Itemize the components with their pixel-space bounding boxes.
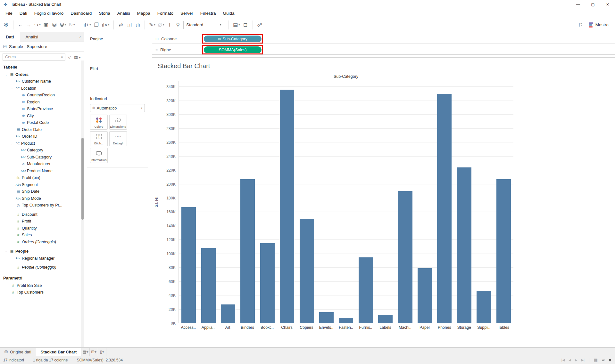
field-sub-category[interactable]: AbcSub-Category	[0, 154, 84, 161]
field-city[interactable]: ⊕City	[0, 112, 84, 119]
expander-icon[interactable]: ⌄	[10, 142, 14, 145]
field-ship-date[interactable]: ▤Ship Date	[0, 188, 84, 195]
expander-icon[interactable]: ⌄	[4, 250, 8, 253]
view-filmstrip-icon[interactable]: ▰	[602, 358, 605, 362]
field-profit-bin-[interactable]: ılı.Profit (bin)	[0, 174, 84, 182]
view-full-icon[interactable]: ■	[609, 358, 611, 362]
menu-item-formato[interactable]: Formato	[154, 11, 177, 16]
filter-fields-icon[interactable]: ▽	[67, 55, 72, 60]
columns-shelf[interactable]: ⊞ Sub-Category	[202, 34, 615, 44]
bar-copiers[interactable]	[300, 219, 314, 323]
bar-fasten[interactable]	[339, 318, 353, 323]
new-worksheet-icon[interactable]: ıl+▾	[82, 20, 92, 30]
swap-axes-icon[interactable]: ⇄	[117, 20, 125, 30]
expander-icon[interactable]: ⌄	[4, 73, 8, 76]
menu-item-storia[interactable]: Storia	[95, 11, 113, 16]
nav-first-icon[interactable]: |◀	[561, 358, 565, 362]
field-customer-name[interactable]: AbcCustomer Name	[0, 78, 84, 85]
bar-furnis[interactable]	[359, 257, 373, 323]
menu-item-dati[interactable]: Dati	[16, 11, 31, 16]
fit-selector[interactable]: Standard▾	[183, 21, 224, 29]
text-label-icon[interactable]: T	[165, 20, 174, 30]
maximize-button[interactable]: ▢	[586, 0, 600, 9]
marks-button-label[interactable]: TEtich...	[90, 131, 108, 146]
field-manufacturer[interactable]: ⌀Manufacturer	[0, 161, 84, 168]
bar-tables[interactable]	[496, 179, 511, 323]
sheet-tab-stacked-bar-chart[interactable]: Stacked Bar Chart	[36, 348, 82, 356]
field-postal-code[interactable]: ⊕Postal Code	[0, 119, 84, 126]
nav-last-icon[interactable]: ▶|	[581, 358, 585, 362]
new-story-tab-icon[interactable]: ▯+	[98, 348, 106, 356]
refresh-icon[interactable]: ↻▾	[67, 20, 76, 30]
tab-dati[interactable]: Dati	[0, 32, 20, 42]
tab-analisi[interactable]: Analisi	[20, 32, 44, 42]
field-people[interactable]: ⌄▦People	[0, 248, 84, 255]
bar-bookc[interactable]	[260, 243, 275, 323]
field-orders[interactable]: ⌄▦Orders	[0, 71, 84, 78]
add-datasource-icon[interactable]: ⛁	[50, 20, 58, 30]
bar-phones[interactable]	[437, 94, 452, 323]
sort-ascending-icon[interactable]: ↓ıl	[125, 20, 133, 30]
field-people-conteggio-[interactable]: #People (Conteggio)	[0, 264, 84, 271]
field-orders-conteggio-[interactable]: #Orders (Conteggio)	[0, 239, 84, 246]
bar-chairs[interactable]	[280, 90, 294, 323]
field-order-date[interactable]: ▤Order Date	[0, 126, 84, 133]
field-sales[interactable]: #Sales	[0, 232, 84, 239]
bar-binders[interactable]	[240, 179, 255, 323]
field-profit-bin-size[interactable]: #Profit Bin Size	[0, 282, 84, 289]
rows-shelf[interactable]: SOMMA(Sales)	[202, 45, 615, 55]
marks-button-detail[interactable]: ∘∘∘Dettagli	[109, 131, 127, 146]
sort-descending-icon[interactable]: ↓lı	[133, 20, 142, 30]
bar-paper[interactable]	[418, 268, 432, 323]
bar-envelo[interactable]	[319, 312, 334, 323]
filters-shelf[interactable]: Filtri	[87, 64, 148, 91]
attach-icon[interactable]: ∅▾	[156, 20, 165, 30]
mark-type-dropdown[interactable]: ılı Automatico ▾	[90, 104, 145, 112]
bar-art[interactable]	[221, 304, 235, 323]
menu-item-dashboard[interactable]: Dashboard	[67, 11, 95, 16]
menu-item-mappa[interactable]: Mappa	[133, 11, 154, 16]
view-grid-icon[interactable]: ▦	[594, 358, 598, 362]
menu-item-server[interactable]: Server	[177, 11, 197, 16]
sheet-tab-origine-dati[interactable]: ⛁Origine dati	[0, 348, 36, 356]
minimize-button[interactable]: —	[571, 0, 586, 9]
menu-item-file[interactable]: File	[2, 11, 16, 16]
marks-button-color[interactable]: Colore	[90, 115, 108, 130]
bar-labels[interactable]	[378, 315, 393, 323]
close-button[interactable]: ✕	[600, 0, 615, 9]
menu-item-analisi[interactable]: Analisi	[114, 11, 134, 16]
duplicate-icon[interactable]: ❐	[92, 20, 101, 30]
field-profit[interactable]: #Profit	[0, 218, 84, 225]
menu-item-foglio-di-lavoro[interactable]: Foglio di lavoro	[31, 11, 67, 16]
clear-sheet-icon[interactable]: ıl×▾	[101, 20, 111, 30]
field-country-region[interactable]: ⊕Country/Region	[0, 92, 84, 99]
sidebar-scrollbar-thumb[interactable]	[81, 138, 84, 220]
field-product[interactable]: ⌄⌥Product	[0, 140, 84, 147]
field-category[interactable]: AbcCategory	[0, 147, 84, 154]
new-worksheet-tab-icon[interactable]: ▤+	[81, 348, 90, 356]
bar-access[interactable]	[181, 207, 196, 323]
field-regional-manager[interactable]: AbcRegional Manager	[0, 255, 84, 262]
collapse-pane-icon[interactable]: ‹	[76, 32, 84, 42]
field-state-province[interactable]: ⊕State/Province	[0, 106, 84, 113]
field-location[interactable]: ⌄⌥Location	[0, 85, 84, 92]
field-segment[interactable]: AbcSegment	[0, 181, 84, 188]
datasource-row[interactable]: ⛁ Sample - Superstore	[0, 42, 84, 52]
pages-shelf[interactable]: Pagine	[87, 34, 148, 61]
pill-somma-sales[interactable]: SOMMA(Sales)	[204, 46, 262, 53]
new-dashboard-tab-icon[interactable]: ⊞+	[90, 348, 98, 356]
highlight-icon[interactable]: ✎▾	[148, 20, 156, 30]
pin-icon[interactable]: ⚲	[174, 20, 182, 30]
search-input[interactable]	[3, 55, 61, 59]
show-cards-icon[interactable]: ▤▾	[232, 20, 241, 30]
bar-machi[interactable]	[398, 191, 412, 323]
share-icon[interactable]: ☍	[256, 20, 264, 30]
expander-icon[interactable]: ⌄	[10, 87, 14, 90]
field-region[interactable]: ⊕Region	[0, 99, 84, 106]
back-icon[interactable]: ←	[16, 20, 25, 30]
forward-icon[interactable]: →	[25, 20, 33, 30]
field-ship-mode[interactable]: AbcShip Mode	[0, 195, 84, 202]
view-options-icon[interactable]: ▦ ▾	[73, 55, 81, 60]
field-top-customers[interactable]: #Top Customers	[0, 289, 84, 296]
marks-button-size[interactable]: Dimensione	[109, 115, 127, 130]
